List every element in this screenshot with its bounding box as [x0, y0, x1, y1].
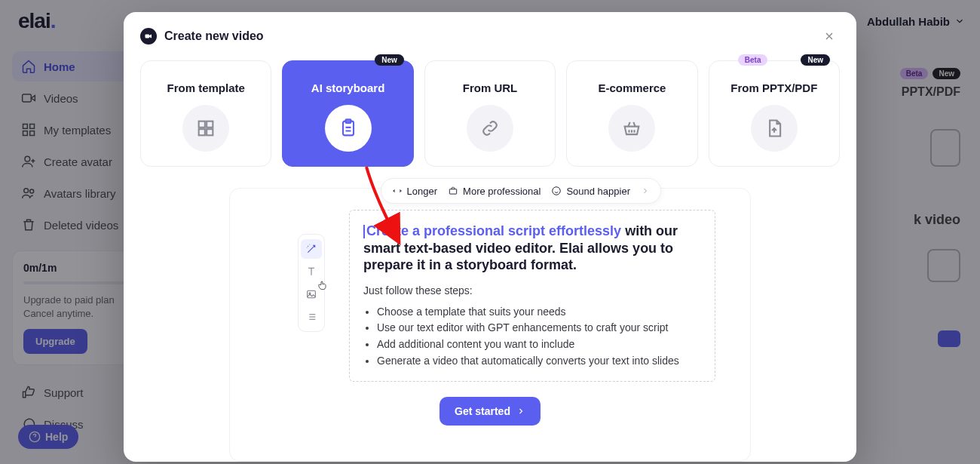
badge-new: New: [933, 68, 960, 79]
briefcase-icon: [448, 186, 458, 196]
image-icon: [305, 288, 317, 300]
option-label: AI storyboard: [311, 81, 385, 94]
create-video-modal: Create new video From template New AI st…: [124, 12, 856, 462]
svg-rect-9: [145, 35, 150, 38]
badge-new: New: [801, 54, 830, 66]
tool-text[interactable]: [301, 262, 322, 281]
enhancement-toolbar: Longer More professional Sound happier: [381, 178, 661, 204]
pill-label: Longer: [407, 186, 437, 197]
pill-professional[interactable]: More professional: [448, 186, 541, 197]
svg-rect-10: [199, 121, 205, 128]
video-icon: [21, 91, 36, 106]
chevron-right-icon: [516, 407, 525, 416]
option-label: E-commerce: [598, 81, 666, 94]
grid-icon: [182, 105, 229, 152]
svg-point-5: [25, 156, 30, 161]
svg-point-6: [24, 189, 29, 193]
list-item: Generate a video that automatically conv…: [377, 353, 701, 370]
modal-title: Create new video: [164, 29, 819, 43]
svg-rect-16: [449, 189, 456, 194]
thumbs-up-icon: [21, 385, 36, 400]
svg-rect-4: [30, 131, 35, 136]
close-icon: [823, 30, 835, 42]
svg-rect-11: [207, 121, 213, 128]
help-icon: [29, 431, 41, 443]
sidebar-item-label: Deleted videos: [44, 219, 118, 232]
file-upload-icon: [751, 105, 798, 152]
svg-rect-18: [308, 290, 316, 297]
chevron-down-icon: [954, 16, 965, 26]
list-item: Choose a template that suits your needs: [377, 304, 701, 321]
svg-rect-1: [23, 124, 28, 129]
magic-wand-icon: [305, 243, 317, 255]
svg-rect-13: [207, 129, 213, 135]
editor-panel: Longer More professional Sound happier: [229, 188, 751, 462]
side-tools: [298, 234, 325, 332]
upgrade-button[interactable]: Upgrade: [23, 329, 87, 354]
option-label: From URL: [463, 81, 518, 94]
option-label: From template: [167, 81, 245, 94]
script-headline: Create a professional script effortlessl…: [363, 223, 701, 274]
background-peek: Beta New PPTX/PDF k video: [840, 68, 960, 347]
link-icon: [467, 105, 513, 152]
quota-title: 0m/1m: [23, 262, 135, 274]
list-icon: [305, 311, 317, 323]
sidebar-item-label: Videos: [44, 92, 78, 105]
pill-happier[interactable]: Sound happier: [551, 186, 630, 197]
get-started-button[interactable]: Get started: [439, 397, 541, 426]
sidebar-item-label: My templates: [44, 124, 111, 137]
pill-label: Sound happier: [566, 186, 630, 197]
badge-beta: Beta: [900, 68, 929, 79]
users-icon: [21, 186, 36, 201]
sidebar-item-label: Support: [44, 386, 84, 399]
svg-rect-3: [23, 131, 28, 136]
script-subtitle: Just follow these steps:: [363, 284, 701, 297]
cta-label: Get started: [455, 405, 510, 417]
smile-icon: [551, 186, 562, 196]
tool-image[interactable]: [301, 284, 322, 304]
option-ai-storyboard[interactable]: New AI storyboard: [282, 60, 413, 167]
svg-point-17: [553, 187, 561, 195]
logo: elai.: [18, 9, 55, 33]
tool-magic[interactable]: [301, 239, 322, 259]
close-button[interactable]: [819, 26, 840, 47]
user-menu[interactable]: Abdullah Habib: [867, 15, 965, 28]
option-from-url[interactable]: From URL: [424, 60, 556, 167]
badge-beta: Beta: [738, 54, 768, 66]
sidebar-item-label: Create avatar: [44, 155, 112, 168]
bg-title-blank: k video: [840, 212, 960, 228]
script-input[interactable]: Create a professional script effortlessl…: [349, 210, 715, 382]
stub-button: [938, 330, 960, 347]
option-ecommerce[interactable]: E-commerce: [566, 60, 697, 167]
list-item: Add additional content you want to inclu…: [377, 336, 701, 353]
script-steps: Choose a template that suits your needs …: [363, 304, 701, 370]
bg-title-pptx: PPTX/PDF: [840, 85, 960, 99]
user-plus-icon: [21, 154, 36, 169]
help-label: Help: [45, 431, 68, 443]
stub-icon: [927, 249, 960, 282]
svg-point-7: [30, 189, 34, 193]
text-icon: [305, 266, 317, 278]
svg-rect-2: [30, 124, 35, 129]
option-label: From PPTX/PDF: [730, 81, 817, 94]
svg-rect-0: [23, 94, 32, 102]
chevron-right-icon: [641, 186, 650, 195]
pill-label: More professional: [463, 186, 541, 197]
list-item: Use our text editor with GPT enhancement…: [377, 320, 701, 336]
badge-new: New: [375, 54, 404, 66]
file-icon: [930, 129, 960, 167]
video-camera-icon: [140, 28, 157, 45]
templates-icon: [21, 122, 36, 137]
option-from-pptx[interactable]: Beta New From PPTX/PDF: [709, 60, 840, 167]
quota-progress: [23, 281, 135, 284]
tool-list[interactable]: [301, 307, 322, 327]
sidebar-item-label: Avatars library: [44, 187, 116, 200]
basket-icon: [608, 105, 655, 152]
option-from-template[interactable]: From template: [140, 60, 271, 167]
help-button[interactable]: Help: [18, 425, 78, 449]
pill-longer[interactable]: Longer: [392, 186, 437, 197]
trash-icon: [21, 217, 36, 232]
sidebar-item-label: Home: [44, 60, 75, 73]
svg-rect-12: [199, 129, 205, 135]
pill-more[interactable]: [641, 186, 650, 195]
